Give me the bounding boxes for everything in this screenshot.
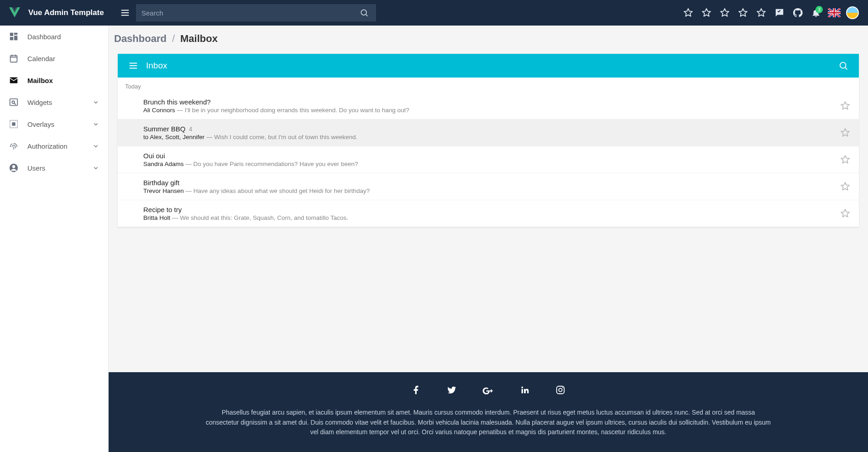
brand-title: Vue Admin Template xyxy=(28,8,104,17)
mail-item[interactable]: Recipe to tryBritta Holt — We should eat… xyxy=(118,200,859,227)
chevron-down-icon xyxy=(92,142,100,150)
language-button[interactable] xyxy=(826,5,842,21)
mail-sender: Britta Holt xyxy=(143,214,170,221)
linkedin-link[interactable] xyxy=(520,385,530,397)
mailbox-menu-button[interactable] xyxy=(127,59,140,72)
mail-list: Brunch this weekend?Ali Connors — I'll b… xyxy=(118,93,859,227)
select-all-icon xyxy=(8,119,19,130)
vue-logo-icon xyxy=(7,5,22,20)
instagram-icon xyxy=(555,385,565,395)
sidebar: DashboardCalendarMailboxWidgetsOverlaysA… xyxy=(0,26,109,452)
sidebar-item-overlays[interactable]: Overlays xyxy=(0,113,108,135)
menu-icon xyxy=(128,61,138,71)
sidebar-item-mailbox[interactable]: Mailbox xyxy=(0,69,108,91)
facebook-link[interactable] xyxy=(411,385,421,397)
mail-item[interactable]: Brunch this weekend?Ali Connors — I'll b… xyxy=(118,93,859,119)
sidebar-item-label: Authorization xyxy=(27,142,92,150)
chevron-down-icon xyxy=(92,164,100,172)
github-link[interactable] xyxy=(790,5,806,21)
mail-body: Brunch this weekend?Ali Connors — I'll b… xyxy=(143,98,839,114)
instagram-link[interactable] xyxy=(555,385,565,397)
mail-sender: Ali Connors xyxy=(143,107,175,114)
mail-item[interactable]: Birthday giftTrevor Hansen — Have any id… xyxy=(118,173,859,200)
rating-star-2[interactable] xyxy=(698,5,715,21)
sidebar-item-label: Calendar xyxy=(27,55,100,62)
sidebar-item-label: Mailbox xyxy=(27,77,100,84)
googleplus-link[interactable] xyxy=(482,385,494,397)
twitter-link[interactable] xyxy=(447,385,457,397)
mail-star-button[interactable] xyxy=(839,126,852,139)
star-outline-icon xyxy=(840,101,850,111)
mail-star-button[interactable] xyxy=(839,207,852,220)
rate-review-icon xyxy=(774,8,784,18)
mail-title: Brunch this weekend? xyxy=(143,98,839,106)
mail-snippet: Wish I could come, but I'm out of town t… xyxy=(214,134,357,140)
chevron-down-icon xyxy=(92,98,100,106)
menu-icon xyxy=(120,8,130,18)
footer-text: Phasellus feugiat arcu sapien, et iaculi… xyxy=(205,408,771,437)
topbar: Vue Admin Template 3 xyxy=(0,0,868,26)
sidebar-item-users[interactable]: Users xyxy=(0,157,108,179)
sidebar-item-widgets[interactable]: Widgets xyxy=(0,91,108,113)
dashboard-icon xyxy=(8,31,19,42)
brand[interactable]: Vue Admin Template xyxy=(7,5,116,20)
mail-body: Summer BBQ 4to Alex, Scott, Jennifer — W… xyxy=(143,125,839,140)
breadcrumb-separator: / xyxy=(172,33,175,45)
breadcrumb-root[interactable]: Dashboard xyxy=(114,33,167,45)
mail-subtitle: to Alex, Scott, Jennifer — Wish I could … xyxy=(143,134,839,140)
sidebar-item-label: Users xyxy=(27,164,92,172)
main: Dashboard / Mailbox Inbox Today Brunch t… xyxy=(109,0,868,452)
mail-title: Birthday gift xyxy=(143,179,839,187)
avatar-icon xyxy=(846,6,859,19)
notifications-button[interactable]: 3 xyxy=(808,5,824,21)
sidebar-item-label: Overlays xyxy=(27,120,92,128)
mail-snippet: Have any ideas about what we should get … xyxy=(193,187,370,194)
user-avatar-button[interactable] xyxy=(844,5,861,21)
mail-item[interactable]: Summer BBQ 4to Alex, Scott, Jennifer — W… xyxy=(118,119,859,146)
uk-flag-icon xyxy=(828,8,841,17)
menu-toggle[interactable] xyxy=(116,4,134,22)
mail-sender: Trevor Hansen xyxy=(143,187,184,194)
search-box[interactable] xyxy=(136,4,376,21)
linkedin-icon xyxy=(520,385,530,395)
facebook-icon xyxy=(411,385,421,395)
mail-count: 4 xyxy=(189,125,193,133)
mail-body: Birthday giftTrevor Hansen — Have any id… xyxy=(143,179,839,194)
mail-snippet: Do you have Paris recommendations? Have … xyxy=(193,161,358,167)
rating-star-1[interactable] xyxy=(680,5,696,21)
mailbox-header: Inbox xyxy=(118,54,859,78)
pageview-icon xyxy=(8,97,19,108)
star-outline-icon xyxy=(840,128,850,138)
mail-body: Recipe to tryBritta Holt — We should eat… xyxy=(143,206,839,221)
mail-snippet: We should eat this: Grate, Squash, Corn,… xyxy=(180,214,348,221)
googleplus-icon xyxy=(482,385,494,397)
rating-star-3[interactable] xyxy=(716,5,733,21)
sidebar-item-dashboard[interactable]: Dashboard xyxy=(0,26,108,47)
mail-star-button[interactable] xyxy=(839,99,852,112)
star-outline-icon xyxy=(701,8,711,18)
mail-icon xyxy=(8,75,19,86)
mail-item[interactable]: Oui ouiSandra Adams — Do you have Paris … xyxy=(118,146,859,173)
sidebar-item-label: Dashboard xyxy=(27,33,100,41)
fingerprint-icon xyxy=(8,140,19,151)
topbar-right: 3 xyxy=(680,5,861,21)
rating-star-5[interactable] xyxy=(753,5,769,21)
mail-subtitle: Trevor Hansen — Have any ideas about wha… xyxy=(143,187,839,194)
star-outline-icon xyxy=(840,155,850,165)
mail-body: Oui ouiSandra Adams — Do you have Paris … xyxy=(143,152,839,167)
mail-star-button[interactable] xyxy=(839,153,852,166)
mailbox-search-button[interactable] xyxy=(837,59,850,72)
feedback-button[interactable] xyxy=(771,5,788,21)
search-input[interactable] xyxy=(141,9,358,17)
mailbox-title: Inbox xyxy=(146,61,837,71)
search-button[interactable] xyxy=(358,6,371,19)
sidebar-item-calendar[interactable]: Calendar xyxy=(0,47,108,69)
breadcrumb-current: Mailbox xyxy=(180,33,218,45)
mail-subtitle: Britta Holt — We should eat this: Grate,… xyxy=(143,214,839,221)
chevron-down-icon xyxy=(92,120,100,128)
sidebar-item-authorization[interactable]: Authorization xyxy=(0,135,108,157)
star-outline-icon xyxy=(756,8,766,18)
footer-socials xyxy=(116,385,861,397)
rating-star-4[interactable] xyxy=(735,5,751,21)
mail-star-button[interactable] xyxy=(839,180,852,193)
